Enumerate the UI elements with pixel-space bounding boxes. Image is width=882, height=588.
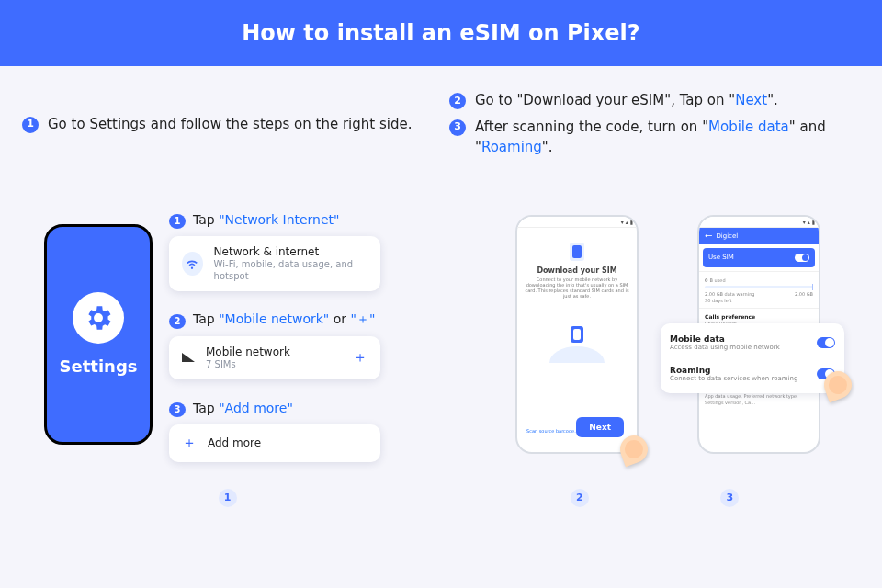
status-bar: ▾ ▴ ▮ <box>699 217 819 228</box>
plus-icon: ＋ <box>182 434 197 453</box>
panel-badge-2: 2 <box>571 489 589 507</box>
substep-1: 1 Tap "Network Internet" Network & inter… <box>169 211 380 291</box>
panel-badge-3: 3 <box>720 489 739 507</box>
roaming-link: Roaming <box>481 139 542 155</box>
download-sim-phone: ▾ ▴ ▮ Download your SIM Connect to your … <box>515 215 639 454</box>
intro-right: 2 Go to "Download your eSIM", Tap on "Ne… <box>449 85 860 164</box>
step-badge-2: 2 <box>449 93 466 109</box>
settings-label: Settings <box>60 356 138 376</box>
card3-title: Add more <box>208 436 261 449</box>
download-sim-desc: Connect to your mobile network by downlo… <box>525 277 629 299</box>
gear-icon <box>73 292 124 344</box>
substep-3-badge: 3 <box>169 402 186 417</box>
panel-badge-1: 1 <box>219 489 237 507</box>
next-link: Next <box>735 92 767 108</box>
next-button[interactable]: Next <box>576 417 624 437</box>
toggles-popup: Mobile dataAccess data using mobile netw… <box>661 323 844 393</box>
panel-left: Settings 1 Tap "Network Internet" Networ… <box>22 167 433 524</box>
mobile-network-row[interactable]: Mobile network 7 SIMs ＋ <box>169 336 380 379</box>
use-sim-row[interactable]: Use SIM <box>703 248 815 267</box>
plus-icon[interactable]: ＋ <box>353 348 368 368</box>
sim-icon <box>572 245 582 258</box>
card1-sub: Wi-Fi, mobile, data usage, and hotspot <box>214 258 368 282</box>
substep-2: 2 Tap "Mobile network" or "＋" Mobile net… <box>169 311 380 379</box>
carrier-header: ←Digicel <box>699 228 819 244</box>
substep-1-badge: 1 <box>169 214 186 229</box>
card2-sub: 7 SIMs <box>206 358 290 370</box>
step-3-text: After scanning the code, turn on "Mobile… <box>475 117 860 158</box>
network-internet-row[interactable]: Network & internet Wi-Fi, mobile, data u… <box>169 236 380 291</box>
add-more-row[interactable]: ＋ Add more <box>169 424 380 462</box>
step-1-text: Go to Settings and follow the steps on t… <box>48 114 412 135</box>
hero-banner: How to install an eSIM on Pixel? <box>0 0 882 66</box>
page-title: How to install an eSIM on Pixel? <box>242 20 640 46</box>
toggle-icon[interactable] <box>817 337 835 348</box>
popup-mobile-data[interactable]: Mobile dataAccess data using mobile netw… <box>670 327 835 358</box>
intro-left: 1 Go to Settings and follow the steps on… <box>22 85 433 164</box>
download-sim-title: Download your SIM <box>525 266 629 275</box>
step-badge-3: 3 <box>449 119 466 136</box>
card1-title: Network & internet <box>214 245 368 258</box>
card2-title: Mobile network <box>206 345 290 358</box>
substep-3: 3 Tap "Add more" ＋ Add more <box>169 400 380 462</box>
mobile-data-link: Mobile data <box>708 119 789 135</box>
status-bar: ▾ ▴ ▮ <box>517 217 637 228</box>
settings-phone: Settings <box>44 224 153 445</box>
data-usage: 0 B used 2.00 GB data warning2.00 GB 30 … <box>699 271 819 308</box>
step-badge-1: 1 <box>22 117 39 133</box>
substep-2-badge: 2 <box>169 314 186 329</box>
popup-roaming[interactable]: RoamingConnect to data services when roa… <box>670 358 835 390</box>
toggle-icon[interactable] <box>795 254 809 262</box>
panel-right: ▾ ▴ ▮ Download your SIM Connect to your … <box>449 167 860 524</box>
step-2-text: Go to "Download your eSIM", Tap on "Next… <box>475 90 778 111</box>
sim-drop-illustration <box>549 326 605 363</box>
signal-icon <box>182 353 195 362</box>
wifi-icon <box>182 252 203 276</box>
